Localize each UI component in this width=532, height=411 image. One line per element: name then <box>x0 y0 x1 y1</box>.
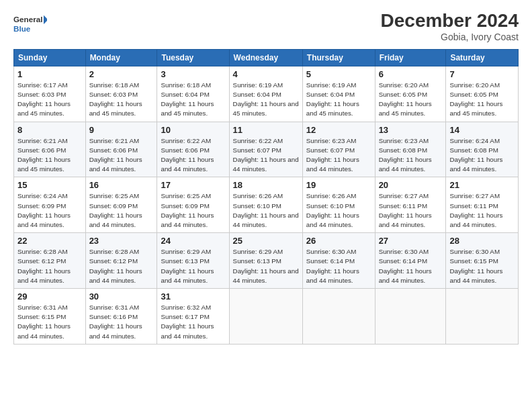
calendar-cell: 16 Sunrise: 6:25 AMSunset: 6:09 PMDaylig… <box>85 177 157 233</box>
day-info: Sunrise: 6:26 AMSunset: 6:10 PMDaylight:… <box>233 192 299 228</box>
col-tuesday: Tuesday <box>157 49 229 66</box>
calendar-cell <box>375 289 446 345</box>
day-number: 6 <box>379 69 443 79</box>
day-info: Sunrise: 6:23 AMSunset: 6:07 PMDaylight:… <box>306 137 359 173</box>
calendar-cell: 30 Sunrise: 6:31 AMSunset: 6:16 PMDaylig… <box>85 289 157 345</box>
header: General Blue December 2024 Gobia, Ivory … <box>13 11 519 42</box>
day-info: Sunrise: 6:20 AMSunset: 6:05 PMDaylight:… <box>449 81 502 118</box>
title-block: December 2024 Gobia, Ivory Coast <box>381 11 519 42</box>
calendar-cell: 11 Sunrise: 6:22 AMSunset: 6:07 PMDaylig… <box>229 122 302 177</box>
calendar-cell: 4 Sunrise: 6:19 AMSunset: 6:04 PMDayligh… <box>229 66 302 122</box>
logo: General Blue <box>13 11 47 38</box>
day-number: 27 <box>379 236 443 246</box>
calendar-cell: 29 Sunrise: 6:31 AMSunset: 6:15 PMDaylig… <box>14 289 86 345</box>
day-number: 25 <box>233 236 299 246</box>
day-number: 14 <box>449 125 515 135</box>
day-info: Sunrise: 6:22 AMSunset: 6:06 PMDaylight:… <box>161 137 214 173</box>
day-number: 31 <box>161 291 225 302</box>
calendar-cell: 3 Sunrise: 6:18 AMSunset: 6:04 PMDayligh… <box>157 66 229 122</box>
calendar-cell <box>229 289 302 345</box>
calendar-cell: 21 Sunrise: 6:27 AMSunset: 6:11 PMDaylig… <box>446 177 519 233</box>
calendar-cell: 9 Sunrise: 6:21 AMSunset: 6:06 PMDayligh… <box>85 122 157 177</box>
day-number: 28 <box>449 236 515 246</box>
day-number: 4 <box>233 69 299 79</box>
calendar-cell: 22 Sunrise: 6:28 AMSunset: 6:12 PMDaylig… <box>14 233 86 289</box>
day-number: 13 <box>379 125 443 135</box>
day-info: Sunrise: 6:28 AMSunset: 6:12 PMDaylight:… <box>89 248 142 284</box>
calendar-week-1: 1 Sunrise: 6:17 AMSunset: 6:03 PMDayligh… <box>14 66 519 122</box>
day-number: 30 <box>89 291 154 302</box>
day-info: Sunrise: 6:30 AMSunset: 6:15 PMDaylight:… <box>449 248 502 284</box>
day-info: Sunrise: 6:25 AMSunset: 6:09 PMDaylight:… <box>89 192 142 228</box>
day-number: 24 <box>161 236 225 246</box>
day-info: Sunrise: 6:18 AMSunset: 6:04 PMDaylight:… <box>161 81 214 118</box>
day-info: Sunrise: 6:24 AMSunset: 6:09 PMDaylight:… <box>17 192 71 228</box>
calendar-cell: 2 Sunrise: 6:18 AMSunset: 6:03 PMDayligh… <box>85 66 157 122</box>
calendar-cell: 1 Sunrise: 6:17 AMSunset: 6:03 PMDayligh… <box>14 66 86 122</box>
calendar-cell: 14 Sunrise: 6:24 AMSunset: 6:08 PMDaylig… <box>446 122 519 177</box>
day-info: Sunrise: 6:26 AMSunset: 6:10 PMDaylight:… <box>306 192 359 228</box>
col-friday: Friday <box>375 49 446 66</box>
day-number: 7 <box>449 69 515 79</box>
calendar-cell <box>302 289 375 345</box>
day-number: 8 <box>17 125 82 135</box>
day-info: Sunrise: 6:21 AMSunset: 6:06 PMDaylight:… <box>89 137 142 173</box>
day-info: Sunrise: 6:32 AMSunset: 6:17 PMDaylight:… <box>161 304 214 340</box>
day-number: 1 <box>17 69 82 79</box>
day-number: 18 <box>233 180 299 190</box>
calendar-header-row: Sunday Monday Tuesday Wednesday Thursday… <box>14 49 519 66</box>
day-number: 2 <box>89 69 154 79</box>
day-info: Sunrise: 6:20 AMSunset: 6:05 PMDaylight:… <box>379 81 432 118</box>
svg-marker-2 <box>44 15 47 24</box>
day-number: 21 <box>449 180 515 190</box>
subtitle: Gobia, Ivory Coast <box>381 32 519 42</box>
day-number: 22 <box>17 236 82 246</box>
day-number: 11 <box>233 125 299 135</box>
day-number: 16 <box>89 180 154 190</box>
day-info: Sunrise: 6:19 AMSunset: 6:04 PMDaylight:… <box>233 81 299 118</box>
calendar-cell: 26 Sunrise: 6:30 AMSunset: 6:14 PMDaylig… <box>302 233 375 289</box>
day-info: Sunrise: 6:17 AMSunset: 6:03 PMDaylight:… <box>17 81 71 118</box>
calendar-week-5: 29 Sunrise: 6:31 AMSunset: 6:15 PMDaylig… <box>14 289 519 345</box>
day-info: Sunrise: 6:19 AMSunset: 6:04 PMDaylight:… <box>306 81 359 118</box>
col-monday: Monday <box>85 49 157 66</box>
svg-text:Blue: Blue <box>13 24 31 33</box>
calendar-cell: 13 Sunrise: 6:23 AMSunset: 6:08 PMDaylig… <box>375 122 446 177</box>
calendar-cell <box>446 289 519 345</box>
col-wednesday: Wednesday <box>229 49 302 66</box>
day-number: 23 <box>89 236 154 246</box>
calendar-cell: 15 Sunrise: 6:24 AMSunset: 6:09 PMDaylig… <box>14 177 86 233</box>
day-number: 3 <box>161 69 225 79</box>
day-info: Sunrise: 6:29 AMSunset: 6:13 PMDaylight:… <box>233 248 299 284</box>
day-info: Sunrise: 6:24 AMSunset: 6:08 PMDaylight:… <box>449 137 502 173</box>
calendar-cell: 25 Sunrise: 6:29 AMSunset: 6:13 PMDaylig… <box>229 233 302 289</box>
calendar-cell: 6 Sunrise: 6:20 AMSunset: 6:05 PMDayligh… <box>375 66 446 122</box>
calendar-cell: 12 Sunrise: 6:23 AMSunset: 6:07 PMDaylig… <box>302 122 375 177</box>
calendar-cell: 31 Sunrise: 6:32 AMSunset: 6:17 PMDaylig… <box>157 289 229 345</box>
day-info: Sunrise: 6:25 AMSunset: 6:09 PMDaylight:… <box>161 192 214 228</box>
calendar-cell: 18 Sunrise: 6:26 AMSunset: 6:10 PMDaylig… <box>229 177 302 233</box>
calendar-table: Sunday Monday Tuesday Wednesday Thursday… <box>13 49 519 345</box>
day-number: 12 <box>306 125 371 135</box>
calendar-cell: 24 Sunrise: 6:29 AMSunset: 6:13 PMDaylig… <box>157 233 229 289</box>
day-number: 17 <box>161 180 225 190</box>
calendar-cell: 23 Sunrise: 6:28 AMSunset: 6:12 PMDaylig… <box>85 233 157 289</box>
day-number: 9 <box>89 125 154 135</box>
calendar-cell: 28 Sunrise: 6:30 AMSunset: 6:15 PMDaylig… <box>446 233 519 289</box>
day-number: 26 <box>306 236 371 246</box>
col-thursday: Thursday <box>302 49 375 66</box>
day-info: Sunrise: 6:30 AMSunset: 6:14 PMDaylight:… <box>306 248 359 284</box>
day-info: Sunrise: 6:31 AMSunset: 6:16 PMDaylight:… <box>89 304 142 340</box>
day-info: Sunrise: 6:23 AMSunset: 6:08 PMDaylight:… <box>379 137 432 173</box>
day-number: 29 <box>17 291 82 302</box>
day-info: Sunrise: 6:18 AMSunset: 6:03 PMDaylight:… <box>89 81 142 118</box>
calendar-cell: 5 Sunrise: 6:19 AMSunset: 6:04 PMDayligh… <box>302 66 375 122</box>
calendar-cell: 19 Sunrise: 6:26 AMSunset: 6:10 PMDaylig… <box>302 177 375 233</box>
day-number: 20 <box>379 180 443 190</box>
calendar-cell: 27 Sunrise: 6:30 AMSunset: 6:14 PMDaylig… <box>375 233 446 289</box>
calendar-cell: 20 Sunrise: 6:27 AMSunset: 6:11 PMDaylig… <box>375 177 446 233</box>
day-number: 19 <box>306 180 371 190</box>
day-info: Sunrise: 6:22 AMSunset: 6:07 PMDaylight:… <box>233 137 299 173</box>
col-sunday: Sunday <box>14 49 86 66</box>
day-info: Sunrise: 6:27 AMSunset: 6:11 PMDaylight:… <box>379 192 432 228</box>
